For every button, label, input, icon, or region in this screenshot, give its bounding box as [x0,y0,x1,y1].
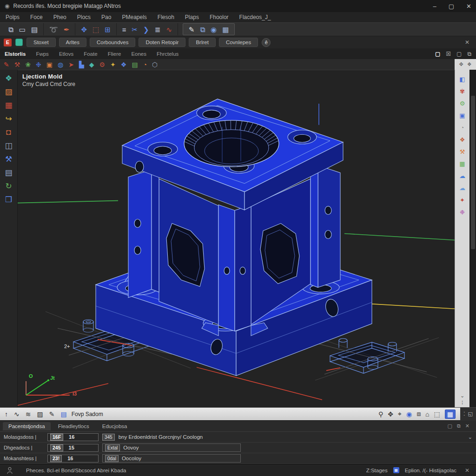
tab-row-close-icon[interactable]: ✕ [465,39,472,46]
sketch-icon[interactable]: ∿ [14,410,20,418]
menu-item-6[interactable]: Flesoh [158,14,174,20]
status-close-icon[interactable]: ✕ [465,467,469,474]
pen-icon[interactable]: ✒ [64,26,70,33]
ribbon-item-1[interactable]: Fwps [36,51,48,57]
value-cell[interactable]: 15 [69,445,74,450]
stamp-icon[interactable]: ◧ [459,76,465,82]
grid-view-icon[interactable]: ▦ [445,410,456,419]
menu-item-8[interactable]: Fhoolor [210,14,229,20]
list-add-icon[interactable]: ≣ [155,26,161,33]
value-cell[interactable]: 16 [69,434,74,440]
cloud2-icon[interactable]: ☁ [459,185,465,191]
parameter-tag[interactable]: Extal [105,444,120,451]
menu-item-4[interactable]: Pao [101,14,111,20]
panel-window-icon-1[interactable]: ☒ [446,51,451,57]
corner-dots-icon[interactable]: ⁚ [463,411,465,417]
pencil-icon[interactable]: ✎ [189,26,195,33]
sweep-icon[interactable]: ↪ [5,115,12,123]
spark-icon[interactable]: ✦ [110,61,116,68]
model-box-icon[interactable]: ▤ [60,410,66,418]
parameter-value-field[interactable]: 16F 16 [47,433,99,441]
target-icon[interactable]: ⌖ [398,410,402,418]
rotate-icon[interactable]: ↻ [5,182,12,190]
brush-icon[interactable]: ✎ [4,61,9,68]
ribbon-item-0[interactable]: Elstorlis [5,51,26,57]
value-cell-selected[interactable]: 16F [50,434,63,441]
parameter-value-field[interactable]: 23! 16 [47,455,99,463]
duplicate-icon[interactable]: ⧉ [200,26,205,33]
material-icon[interactable]: ◘ [6,128,11,136]
gear-green-icon[interactable]: ⚙ [460,100,465,106]
cut-icon[interactable]: ✂ [132,26,138,33]
close-button[interactable]: ✕ [466,3,471,10]
window-icon[interactable]: ▭ [19,26,26,33]
orient-icon[interactable]: ❖ [467,61,472,67]
parameter-input-field[interactable]: Extal Oovoy [102,443,241,452]
gem-icon[interactable]: ◆ [89,61,94,68]
value-cell[interactable]: 245 [50,444,63,451]
color-swatch-icon[interactable] [15,39,23,46]
ribbon-item-6[interactable]: Fhrctelus [157,51,178,57]
cloud-icon[interactable]: ☁ [459,173,465,179]
document-tab-5[interactable]: Covnlepes [219,38,258,47]
atom-icon[interactable]: ❉ [36,61,41,68]
nodes-icon[interactable]: ❒ [5,196,12,204]
panel-window-icon-3[interactable]: ⧉ [467,51,471,57]
move-icon[interactable]: ✥ [81,26,87,33]
copy-icon[interactable]: ⧉ [8,26,13,33]
panel-control-icon-1[interactable]: ⧉ [457,423,461,429]
scatter-icon[interactable]: ✾ [460,88,465,94]
panel-scroll-chevron[interactable]: ⌄ [460,393,464,399]
snap-grid-icon[interactable]: ⬚ [93,26,99,33]
annotate-icon[interactable]: ✎ [49,410,55,418]
notebook-icon[interactable]: ▤ [5,169,12,177]
document-tab-0[interactable]: Stoxet [26,38,56,47]
list-icon[interactable]: ≡ [122,26,126,33]
panel-window-icon-2[interactable]: ▢ [456,51,462,57]
viewport-scrollbar[interactable] [469,70,476,407]
quick-access-button[interactable]: ê [262,38,271,47]
globe2-icon[interactable]: ◍ [58,61,63,68]
select-arrow-icon[interactable]: ↑ [5,410,8,418]
ribbon-item-4[interactable]: Fliere [108,51,121,57]
document-tab-3[interactable]: Doten Retopir [139,38,185,47]
scene-icon[interactable]: ❖ [5,74,12,82]
document-tab-2[interactable]: Corboundves [90,38,135,47]
document-tab-4[interactable]: Brlret [189,38,215,47]
paint-icon[interactable]: ▨ [5,88,12,96]
menu-item-1[interactable]: Foce [30,14,43,20]
home-view-icon[interactable]: ⌂ [425,410,429,418]
panel-window-icon-0[interactable]: ▢ [435,51,440,57]
hammer-icon[interactable]: ⚒ [460,149,465,155]
crate-icon[interactable]: ▣ [46,61,53,68]
app-badge[interactable]: E [4,39,12,46]
panel-control-icon-2[interactable]: ✕ [465,423,469,429]
ribbon-item-5[interactable]: Eones [131,51,146,57]
zoom-icon[interactable]: ⚲ [378,410,383,418]
curve-icon[interactable]: ∿ [166,26,172,33]
fit-view-icon[interactable]: ⧈ [416,410,421,418]
menu-item-2[interactable]: Pheo [53,14,66,20]
corner-user-icon[interactable]: ◱ [468,411,473,417]
parameter-tag[interactable]: 0dal [105,455,119,462]
hex-icon[interactable]: ⬡ [152,61,158,68]
parameter-value-field[interactable]: 245 15 [47,444,99,452]
minimize-button[interactable]: – [433,3,436,10]
value-cell[interactable]: 23! [50,455,62,462]
parts-icon[interactable]: ❖ [460,137,465,143]
gear-red-icon[interactable]: ⚙ [99,61,106,68]
expand-icon[interactable]: ❯ [143,26,149,33]
module-icon[interactable]: ❖ [121,61,127,68]
dial-icon[interactable]: ◔ [461,125,464,131]
wrench-icon[interactable]: ⚒ [14,61,20,68]
selection-box-icon[interactable]: ⬚ [434,410,440,418]
menu-item-0[interactable]: Polps [6,14,20,20]
transform-icon[interactable]: ✥ [459,61,463,67]
panel-tab-2[interactable]: Educjobsa [97,422,133,430]
pan-icon[interactable]: ✥ [388,410,393,418]
flower-icon[interactable]: ❀ [25,61,31,68]
maximize-button[interactable]: ▢ [449,3,454,10]
menu-item-9[interactable]: Flacdeos_J_ [239,14,271,20]
globe-icon[interactable]: ◉ [211,26,217,33]
section-icon[interactable]: ▨ [37,410,43,418]
